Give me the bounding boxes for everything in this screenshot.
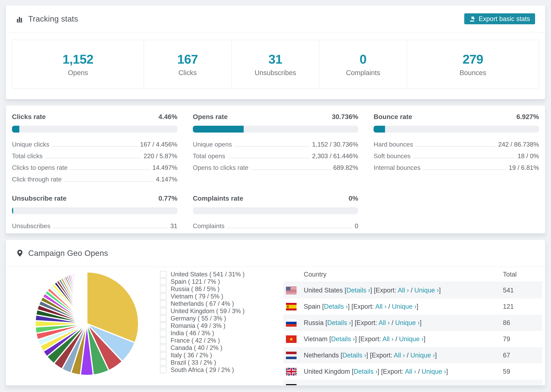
- geo-table-row-russia: Russia [Details ›] [Export: All › / Uniq…: [283, 315, 542, 331]
- export-button-label: Export basic stats: [479, 15, 530, 23]
- export-all-link[interactable]: All ›: [382, 335, 394, 343]
- export-unique-link[interactable]: Unique ›: [395, 319, 420, 326]
- export-unique-link[interactable]: Unique ›: [399, 335, 424, 343]
- country-cell: United Kingdom [Details ›] [Export: All …: [304, 368, 503, 375]
- export-unique-link[interactable]: Unique ›: [402, 384, 427, 385]
- dotted-leader: [70, 169, 150, 170]
- stat-label: Unsubscribes: [255, 69, 296, 77]
- export-icon: [469, 16, 475, 22]
- flag-united-kingdom: [286, 368, 297, 375]
- geo-table-row-netherlands: Netherlands [Details ›] [Export: All › /…: [283, 347, 542, 364]
- stat-label: Bounces: [460, 69, 486, 77]
- legend-item-brazil: Brazil ( 33 / 2% ): [160, 359, 245, 366]
- rate-value: 0.77%: [158, 195, 177, 202]
- bar-chart-icon: [16, 15, 24, 23]
- geo-table-header-row: Country Total: [283, 267, 542, 282]
- legend-swatch: [160, 359, 167, 366]
- rate-title: Bounce rate: [374, 113, 412, 121]
- export-all-link[interactable]: All ›: [379, 319, 390, 326]
- rate-value: 0%: [349, 195, 358, 202]
- summary-stats-row: 1,152Opens167Clicks31Unsubscribes0Compla…: [12, 40, 539, 89]
- export-unique-link[interactable]: Unique ›: [422, 368, 446, 375]
- legend-swatch: [160, 293, 167, 300]
- tracking-stats-header: Tracking stats Export basic stats: [6, 6, 545, 33]
- detail-label: Clicks to opens rate: [12, 164, 68, 171]
- export-all-link[interactable]: All ›: [405, 368, 416, 375]
- rate-title: Unsubscribe rate: [12, 195, 67, 202]
- export-all-link[interactable]: All ›: [394, 352, 405, 359]
- details-link[interactable]: Details ›: [331, 335, 355, 343]
- export-unique-link[interactable]: Unique ›: [410, 352, 435, 359]
- legend-swatch: [160, 315, 167, 322]
- flag-cell: ★: [283, 335, 304, 343]
- country-name: United Kingdom: [304, 368, 352, 375]
- total-column-header: Total: [503, 271, 542, 278]
- detail-value: 31: [170, 223, 177, 230]
- flag-cell: [283, 287, 304, 294]
- country-cell: Vietnam [Details ›] [Export: All › / Uni…: [304, 335, 503, 343]
- rate-title: Complaints rate: [193, 195, 243, 202]
- rate-detail-rows: Complaints0: [193, 220, 358, 232]
- dotted-leader: [52, 146, 137, 147]
- total-cell: 55: [503, 384, 542, 385]
- us-canton: [286, 287, 290, 291]
- detail-label: Internal bounces: [374, 164, 420, 171]
- detail-label: Total clicks: [12, 153, 42, 160]
- flag-germany: [286, 384, 297, 385]
- details-link[interactable]: Details ›: [334, 384, 358, 385]
- flag-netherlands: [286, 352, 297, 359]
- detail-label: Unique clicks: [12, 141, 49, 148]
- flag-cell: [283, 352, 304, 359]
- dotted-leader: [53, 228, 168, 228]
- legend-item-france: France ( 42 / 2% ): [160, 337, 245, 344]
- export-all-link[interactable]: All ›: [385, 384, 396, 385]
- export-basic-stats-button[interactable]: Export basic stats: [464, 13, 535, 24]
- rate-progress-fill: [12, 207, 13, 214]
- total-cell: 67: [503, 352, 542, 359]
- details-link[interactable]: Details ›: [346, 287, 370, 294]
- detail-value: 167 / 4.456%: [140, 141, 177, 148]
- details-link[interactable]: Details ›: [324, 303, 348, 310]
- detail-value: 689.82%: [333, 164, 358, 171]
- legend-item-romania: Romania ( 49 / 3% ): [160, 322, 245, 329]
- details-link[interactable]: Details ›: [327, 319, 351, 326]
- geo-table-row-united-states: United States [Details ›] [Export: All ›…: [283, 282, 542, 298]
- export-unique-link[interactable]: Unique ›: [392, 303, 417, 310]
- country-name: United States: [304, 287, 345, 294]
- stat-tile-opens: 1,152Opens: [12, 40, 144, 88]
- detail-value: 2,303 / 61.446%: [312, 153, 358, 160]
- flag-cell: [283, 368, 304, 375]
- legend-label: Romania ( 49 / 3% ): [171, 322, 225, 329]
- page-title: Tracking stats: [28, 14, 78, 23]
- dotted-leader: [251, 169, 331, 170]
- rate-head: Opens rate30.736%: [193, 113, 358, 121]
- rate-head: Unsubscribe rate0.77%: [12, 195, 177, 202]
- total-cell: 86: [503, 319, 542, 327]
- rate-detail-row: Clicks to opens rate14.497%: [12, 162, 177, 174]
- details-link[interactable]: Details ›: [342, 352, 366, 359]
- legend-label: South Africa ( 29 / 2% ): [171, 366, 234, 373]
- vietnam-star: ★: [289, 336, 294, 342]
- stat-value: 167: [177, 52, 198, 67]
- country-column-header: Country: [304, 271, 503, 278]
- export-all-link[interactable]: All ›: [375, 303, 386, 310]
- rate-detail-row: Hard bounces242 / 86.738%: [374, 139, 539, 150]
- rate-detail-rows: Hard bounces242 / 86.738%Soft bounces18 …: [374, 139, 539, 174]
- rate-value: 30.736%: [332, 113, 358, 121]
- rate-progress-bar: [12, 207, 177, 214]
- legend-swatch: [160, 286, 167, 292]
- legend-label: United Kingdom ( 59 / 3% ): [171, 308, 245, 315]
- country-name: Spain: [304, 303, 322, 310]
- pie-slice-other-53: [86, 272, 87, 324]
- total-cell: 121: [503, 303, 542, 310]
- rate-block-opens-rate: Opens rate30.736%Unique opens1,152 / 30.…: [193, 113, 358, 174]
- export-unique-link[interactable]: Unique ›: [414, 287, 439, 294]
- export-all-link[interactable]: All ›: [398, 287, 409, 294]
- rate-progress-bar: [193, 126, 358, 133]
- detail-label: Opens to clicks rate: [193, 164, 248, 171]
- country-cell: Russia [Details ›] [Export: All › / Uniq…: [304, 319, 503, 327]
- legend-label: United States ( 541 / 31% ): [171, 271, 245, 278]
- rate-progress-fill: [193, 126, 244, 133]
- details-link[interactable]: Details ›: [354, 368, 377, 375]
- rate-detail-row: Total clicks220 / 5.87%: [12, 150, 177, 162]
